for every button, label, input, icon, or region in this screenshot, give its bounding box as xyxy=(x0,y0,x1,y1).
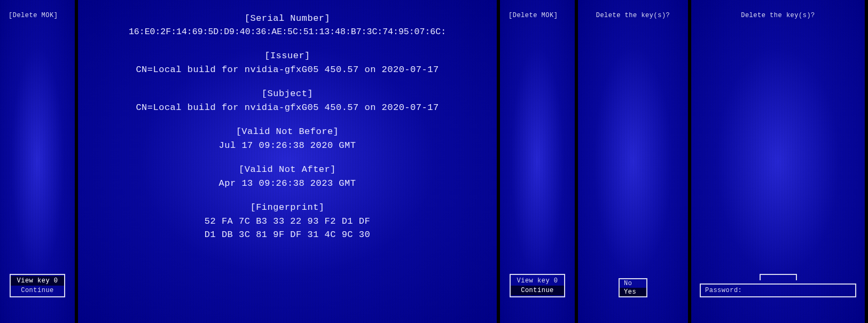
menu-box: View key 0 Continue xyxy=(10,274,65,297)
password-box-tab xyxy=(760,274,797,280)
certificate-detail: [Serial Number] 16:E0:2F:14:69:5D:D9:40:… xyxy=(78,0,497,254)
mok-panel-delete-menu-continue: [Delete MOK] View key 0 Continue xyxy=(500,0,575,323)
issuer-label: [Issuer] xyxy=(82,49,492,63)
mok-panel-delete-menu-viewkey: [Delete MOK] View key 0 Continue xyxy=(0,0,75,323)
mok-panel-key-details: [Serial Number] 16:E0:2F:14:69:5D:D9:40:… xyxy=(78,0,497,323)
menu-item-view-key-0[interactable]: View key 0 xyxy=(511,276,564,286)
subject-value: CN=Local build for nvidia-gfxG05 450.57 … xyxy=(82,101,492,115)
issuer-value: CN=Local build for nvidia-gfxG05 450.57 … xyxy=(82,63,492,77)
fingerprint-label: [Fingerprint] xyxy=(82,201,492,215)
serial-number-value: 16:E0:2F:14:69:5D:D9:40:36:AE:5C:51:13:4… xyxy=(82,26,492,39)
panel-title: Delete the key(s)? xyxy=(578,12,688,19)
mok-panel-confirm-delete: Delete the key(s)? No Yes xyxy=(578,0,688,323)
password-label: Password: xyxy=(705,287,742,294)
menu-item-continue[interactable]: Continue xyxy=(11,286,64,295)
subject-label: [Subject] xyxy=(82,87,492,101)
valid-not-before-value: Jul 17 09:26:38 2020 GMT xyxy=(82,139,492,153)
menu-box: View key 0 Continue xyxy=(510,274,565,297)
fingerprint-line-2: D1 DB 3C 81 9F DF 31 4C 9C 30 xyxy=(82,228,492,242)
valid-not-after-value: Apr 13 09:26:38 2023 GMT xyxy=(82,177,492,191)
fingerprint-line-1: 52 FA 7C B3 33 22 93 F2 D1 DF xyxy=(82,215,492,229)
valid-not-before-label: [Valid Not Before] xyxy=(82,125,492,139)
panel-title: [Delete MOK] xyxy=(509,12,558,19)
password-input-box[interactable]: Password: xyxy=(700,283,856,297)
menu-item-view-key-0[interactable]: View key 0 xyxy=(11,276,64,286)
panel-title: Delete the key(s)? xyxy=(691,12,865,19)
mok-panel-password-prompt: Delete the key(s)? Password: xyxy=(691,0,865,323)
menu-item-continue[interactable]: Continue xyxy=(511,286,564,295)
panel-title: [Delete MOK] xyxy=(9,12,58,19)
valid-not-after-label: [Valid Not After] xyxy=(82,163,492,177)
confirm-menu-box: No Yes xyxy=(619,278,647,297)
menu-item-no[interactable]: No xyxy=(620,279,646,288)
serial-number-label: [Serial Number] xyxy=(82,12,492,26)
menu-item-yes[interactable]: Yes xyxy=(620,288,646,296)
